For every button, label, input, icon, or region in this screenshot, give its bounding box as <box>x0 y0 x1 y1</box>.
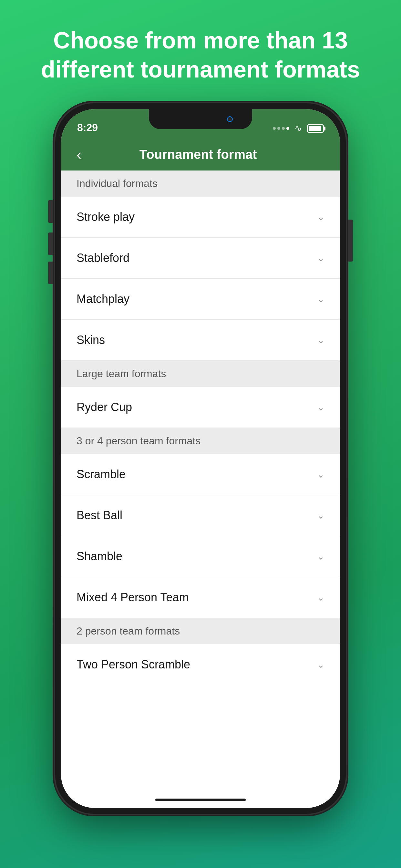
chevron-down-icon: ⌄ <box>317 510 325 521</box>
front-camera <box>227 116 233 122</box>
list-item[interactable]: Matchplay⌄ <box>61 279 340 320</box>
section-header-0: Individual formats <box>61 170 340 197</box>
section-header-1: Large team formats <box>61 361 340 387</box>
chevron-down-icon: ⌄ <box>317 294 325 305</box>
home-bar <box>155 799 246 801</box>
list-item-label: Best Ball <box>76 508 122 522</box>
chevron-down-icon: ⌄ <box>317 402 325 413</box>
signal-icon <box>273 127 289 130</box>
back-button[interactable]: ‹ <box>76 146 81 163</box>
list-item[interactable]: Skins⌄ <box>61 320 340 361</box>
page-headline: Choose from more than 13 different tourn… <box>0 0 401 103</box>
chevron-down-icon: ⌄ <box>317 212 325 222</box>
status-right-icons: ∿ <box>273 123 324 134</box>
status-time: 8:29 <box>77 122 98 134</box>
list-item-label: Two Person Scramble <box>76 658 190 671</box>
battery-icon <box>307 124 324 133</box>
list-item[interactable]: Stableford⌄ <box>61 238 340 279</box>
chevron-down-icon: ⌄ <box>317 592 325 603</box>
nav-bar: ‹ Tournament format <box>61 138 340 170</box>
chevron-down-icon: ⌄ <box>317 253 325 264</box>
list-item-label: Shamble <box>76 550 122 563</box>
phone-screen: 8:29 ∿ ‹ Tournament format Individual fo… <box>61 109 340 808</box>
notch <box>149 109 252 129</box>
list-item-label: Matchplay <box>76 292 129 306</box>
list-item-label: Mixed 4 Person Team <box>76 591 189 604</box>
list-item-label: Stroke play <box>76 210 135 224</box>
chevron-down-icon: ⌄ <box>317 469 325 480</box>
section-header-2: 3 or 4 person team formats <box>61 428 340 454</box>
content-area: Individual formatsStroke play⌄Stableford… <box>61 170 340 792</box>
home-indicator <box>61 792 340 808</box>
list-item[interactable]: Two Person Scramble⌄ <box>61 644 340 685</box>
nav-title: Tournament format <box>91 147 305 162</box>
section-header-3: 2 person team formats <box>61 618 340 644</box>
list-item[interactable]: Stroke play⌄ <box>61 197 340 238</box>
phone-shell: 8:29 ∿ ‹ Tournament format Individual fo… <box>55 103 346 814</box>
chevron-down-icon: ⌄ <box>317 335 325 345</box>
chevron-down-icon: ⌄ <box>317 659 325 670</box>
list-item[interactable]: Ryder Cup⌄ <box>61 387 340 428</box>
list-item[interactable]: Best Ball⌄ <box>61 495 340 536</box>
list-item[interactable]: Scramble⌄ <box>61 454 340 495</box>
wifi-icon: ∿ <box>295 123 302 134</box>
list-item-label: Scramble <box>76 468 126 481</box>
list-item-label: Skins <box>76 333 105 347</box>
list-item[interactable]: Mixed 4 Person Team⌄ <box>61 577 340 618</box>
chevron-down-icon: ⌄ <box>317 551 325 562</box>
list-item[interactable]: Shamble⌄ <box>61 536 340 577</box>
list-item-label: Ryder Cup <box>76 400 132 414</box>
list-item-label: Stableford <box>76 251 129 265</box>
